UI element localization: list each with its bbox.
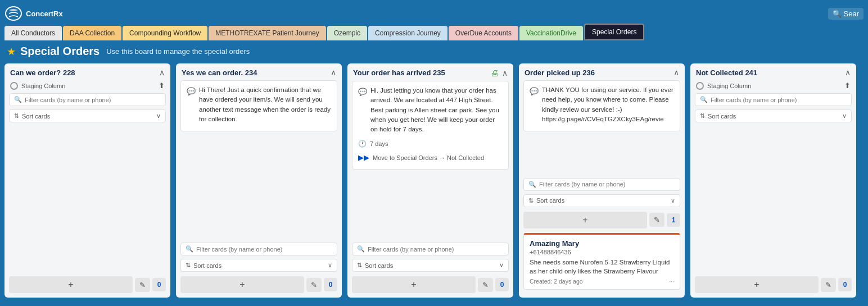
- col1-sort-chevron: ∨: [156, 112, 161, 120]
- col3-sort-icon: ⇅: [357, 262, 362, 269]
- page-title: Special Orders: [20, 45, 100, 58]
- col5-sort-chevron: ∨: [842, 112, 847, 120]
- tab-metho[interactable]: METHOTREXATE Patient Journey: [209, 26, 326, 40]
- tab-ozempic[interactable]: Ozempic: [327, 26, 367, 40]
- col4-footer: + ✎ 1: [523, 212, 680, 229]
- col1-filter-input[interactable]: [25, 97, 161, 103]
- col5-sort-bar[interactable]: ⇅ Sort cards ∨: [695, 109, 852, 122]
- col1-sort-icon: ⇅: [14, 112, 19, 120]
- search-box[interactable]: 🔍 Sear: [828, 8, 864, 20]
- col4-msg-icon: 💬: [530, 86, 539, 97]
- col3-content: 💬 Hi. Just letting you know that your or…: [347, 81, 513, 243]
- col2-footer: + ✎ 0: [180, 276, 337, 293]
- col4-filter[interactable]: 🔍: [523, 178, 680, 191]
- col4-sort-bar[interactable]: ⇅ Sort cards ∨: [523, 194, 680, 207]
- col2-filter[interactable]: 🔍: [180, 243, 337, 255]
- col3-print-icon[interactable]: 🖨: [490, 68, 499, 77]
- tab-vaccination[interactable]: VaccinationDrive: [519, 26, 583, 40]
- col2-filter-icon: 🔍: [186, 245, 193, 253]
- col3-collapse-btn[interactable]: ∧: [502, 68, 508, 77]
- col3-sort-chevron: ∨: [499, 262, 504, 269]
- col2-msg-icon: 💬: [187, 86, 196, 97]
- col4-msg-text: THANK YOU for using our service. If you …: [542, 85, 674, 124]
- col2-content: 💬 Hi There! Just a quick confirmation th…: [176, 80, 342, 243]
- col1-staging-icon: [10, 82, 18, 90]
- col2-sort-bar[interactable]: ⇅ Sort cards ∨: [180, 259, 337, 272]
- col1-edit-btn[interactable]: ✎: [135, 278, 150, 292]
- col3-edit-btn[interactable]: ✎: [478, 278, 493, 292]
- col3-message-box: 💬 Hi. Just letting you know that your or…: [352, 81, 509, 170]
- col1-upload-icon[interactable]: ⬆: [159, 81, 165, 90]
- logo: ConcertRx: [4, 6, 63, 21]
- col5-subtitle-row: Staging Column ⬆: [690, 80, 856, 93]
- col4-edit-btn[interactable]: ✎: [649, 213, 664, 227]
- col3-info-days: 🕐 7 days: [358, 136, 503, 150]
- star-icon: ★: [7, 45, 16, 58]
- column-order-arrived: Your order has arrived 235 🖨 ∧ 💬 Hi. Jus…: [347, 63, 513, 298]
- col1-filter[interactable]: 🔍: [9, 93, 166, 106]
- tab-compounding[interactable]: Compounding Workflow: [123, 26, 207, 40]
- page-header: ★ Special Orders Use this board to manag…: [0, 40, 868, 61]
- tab-special-orders[interactable]: Special Orders: [584, 24, 644, 40]
- col5-collapse-btn[interactable]: ∧: [845, 68, 851, 77]
- col3-msg-header: 💬 Hi. Just letting you know that your or…: [358, 86, 503, 134]
- tab-compression[interactable]: Compression Journey: [368, 26, 447, 40]
- col5-upload-icon[interactable]: ⬆: [844, 81, 851, 90]
- tab-overdue[interactable]: OverDue Accounts: [449, 26, 518, 40]
- col1-content: [4, 126, 170, 275]
- col4-cards: Amazing Mary +61488846436 She needs some…: [519, 233, 685, 298]
- col4-filter-input[interactable]: [539, 181, 675, 188]
- col1-subtitle: Staging Column: [21, 83, 65, 89]
- col2-sort-label: Sort cards: [193, 262, 221, 269]
- col3-count: 0: [495, 278, 509, 291]
- col1-collapse-btn[interactable]: ∧: [159, 68, 165, 77]
- col2-count: 0: [324, 278, 337, 291]
- col3-footer: + ✎ 0: [352, 276, 509, 293]
- col5-subtitle: Staging Column: [707, 83, 751, 89]
- tab-all-conductors[interactable]: All Conductors: [4, 26, 62, 40]
- col1-count: 0: [152, 278, 166, 291]
- col4-filter-icon: 🔍: [528, 181, 536, 188]
- card-footer: Created: 2 days ago ···: [530, 278, 674, 285]
- tab-daa[interactable]: DAA Collection: [63, 26, 121, 40]
- col1-title: Can we order? 228: [10, 68, 156, 77]
- col5-edit-btn[interactable]: ✎: [821, 278, 836, 292]
- col5-header: Not Collected 241 ∧: [690, 63, 856, 80]
- col4-sort-label: Sort cards: [536, 197, 564, 204]
- col5-footer: + ✎ 0: [695, 276, 852, 293]
- col2-filter-input[interactable]: [196, 246, 332, 253]
- column-can-we-order: Can we order? 228 ∧ Staging Column ⬆ 🔍 ⇅…: [4, 63, 170, 298]
- col2-sort-icon: ⇅: [186, 262, 191, 269]
- col5-title: Not Collected 241: [696, 68, 842, 77]
- col4-content: 💬 THANK YOU for using our service. If yo…: [519, 80, 685, 178]
- col1-header: Can we order? 228 ∧: [4, 63, 170, 80]
- more-icon[interactable]: ···: [669, 278, 674, 285]
- col2-msg-text: Hi There! Just a quick confirmation that…: [199, 85, 331, 124]
- col1-sort-bar[interactable]: ⇅ Sort cards ∨: [9, 109, 166, 122]
- col3-sort-bar[interactable]: ⇅ Sort cards ∨: [352, 259, 509, 272]
- col2-edit-btn[interactable]: ✎: [306, 278, 322, 292]
- col4-count: 1: [667, 213, 680, 227]
- col2-add-btn[interactable]: +: [180, 276, 304, 293]
- search-icon: 🔍: [833, 10, 842, 18]
- col3-header: Your order has arrived 235 🖨 ∧: [347, 63, 513, 81]
- col3-sort-label: Sort cards: [365, 262, 393, 269]
- col2-title: Yes we can order. 234: [182, 68, 327, 77]
- col1-add-btn[interactable]: +: [9, 276, 133, 293]
- topbar: ConcertRx 🔍 Sear: [0, 0, 868, 24]
- col5-filter-input[interactable]: [711, 97, 847, 103]
- col3-days-text: 7 days: [370, 139, 388, 149]
- col3-add-btn[interactable]: +: [352, 276, 476, 293]
- col5-filter[interactable]: 🔍: [695, 93, 852, 106]
- col3-filter-icon: 🔍: [357, 245, 365, 253]
- col4-collapse-btn[interactable]: ∧: [673, 68, 679, 77]
- col4-add-btn[interactable]: +: [523, 212, 647, 229]
- col4-sort-icon: ⇅: [528, 197, 534, 204]
- card-desc: She needs some Nurofen 5-12 Strawberry L…: [530, 258, 674, 276]
- col3-filter[interactable]: 🔍: [352, 243, 509, 255]
- col3-filter-input[interactable]: [368, 246, 504, 253]
- page-subtitle: Use this board to manage the special ord…: [106, 47, 250, 56]
- col2-collapse-btn[interactable]: ∧: [331, 68, 336, 77]
- col2-header: Yes we can order. 234 ∧: [176, 63, 342, 80]
- col5-add-btn[interactable]: +: [695, 276, 819, 293]
